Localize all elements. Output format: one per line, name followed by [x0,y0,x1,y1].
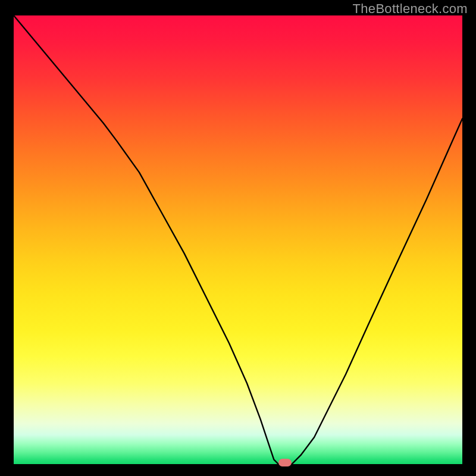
watermark-text: TheBottleneck.com [353,1,468,17]
plot-area [14,15,462,464]
chart-frame: TheBottleneck.com [0,0,476,476]
bottleneck-curve [14,15,462,464]
optimal-marker [278,459,292,466]
